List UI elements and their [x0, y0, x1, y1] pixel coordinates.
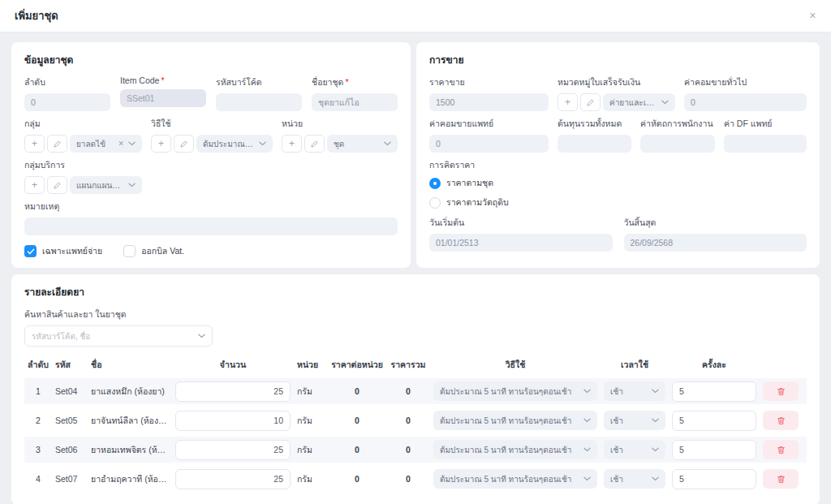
row-code: Set04: [52, 386, 88, 396]
edit-receipt-category-button[interactable]: [580, 93, 601, 111]
row-unit: กรัม: [294, 443, 328, 457]
row-name: ยาแสงหมึก (ห้องยา): [88, 385, 172, 398]
doctor-commission-input[interactable]: 0: [429, 135, 549, 153]
quantity-input[interactable]: [175, 411, 291, 431]
edit-group-button[interactable]: [47, 135, 67, 153]
row-usage-value: ต้มประมาณ 5 นาที ทานร้อนๆตอนเช้า: [440, 473, 579, 485]
trash-icon: [777, 387, 786, 396]
chevron-down-icon: [652, 389, 659, 394]
table-row: 1 Set04 ยาแสงหมึก (ห้องยา) กรัม 0 0 ต้มป…: [24, 378, 807, 404]
receipt-category-select[interactable]: ค่ายาและเวชภัณฑ์: [603, 93, 675, 111]
row-time-select[interactable]: เช้า: [604, 440, 665, 459]
search-placeholder: รหัสบาร์โค้ด, ชื่อ: [32, 330, 194, 342]
doctor-commission-label: ค่าคอมขายแพทย์: [429, 117, 549, 131]
barcode-input[interactable]: [216, 93, 302, 111]
general-commission-label: ค่าคอมขายทั่วไป: [684, 75, 807, 89]
dose-input[interactable]: [672, 469, 756, 489]
usage-label: วิธีใช้: [151, 117, 273, 131]
clear-icon[interactable]: ✕: [118, 140, 124, 148]
delete-row-button[interactable]: [763, 411, 799, 430]
edit-unit-button[interactable]: [304, 135, 325, 153]
group-label: กลุ่ม: [24, 117, 142, 131]
service-group-field-group: กลุ่มบริการ + แผนกแผนไทย: [24, 158, 142, 194]
price-input[interactable]: 1500: [429, 93, 549, 111]
general-commission-input[interactable]: 0: [684, 93, 807, 111]
pricing-by-material-radio[interactable]: ราคาตามวัตถุดิบ: [429, 196, 807, 209]
chevron-down-icon: [583, 418, 591, 423]
quantity-input[interactable]: [175, 469, 291, 489]
dose-input[interactable]: [672, 381, 756, 402]
row-order: 3: [24, 445, 52, 454]
row-usage-select[interactable]: ต้มประมาณ 5 นาที ทานร้อนๆตอนเช้า: [433, 440, 597, 459]
chevron-down-icon: [198, 334, 205, 338]
set-name-input[interactable]: ชุดยาแก้ไอ: [312, 93, 398, 111]
row-name: ยาจันทน์ลีลา (ห้องยา): [88, 414, 172, 428]
col-total: ราคารวม: [386, 358, 430, 372]
staff-fee-label: ค่าหัตถการพนักงาน: [640, 117, 715, 131]
item-code-label: Item Code: [120, 75, 159, 85]
pricing-by-material-label: ราคาตามวัตถุดิบ: [446, 196, 509, 209]
quantity-input[interactable]: [175, 440, 291, 460]
edit-usage-button[interactable]: [174, 135, 194, 153]
unit-select[interactable]: ชุด: [327, 135, 398, 153]
df-fee-input[interactable]: [724, 135, 807, 153]
delete-row-button[interactable]: [763, 469, 799, 489]
add-group-button[interactable]: +: [24, 135, 45, 153]
details-title: รายละเอียดยา: [24, 284, 807, 299]
pencil-icon: [53, 140, 62, 149]
chevron-down-icon: [661, 100, 669, 105]
add-service-group-button[interactable]: +: [24, 176, 45, 194]
delete-row-button[interactable]: [763, 440, 799, 459]
add-unit-button[interactable]: +: [282, 135, 302, 153]
row-time-select[interactable]: เช้า: [604, 411, 665, 430]
group-select[interactable]: ยาลดไข้ ✕: [70, 135, 142, 153]
chevron-down-icon: [583, 447, 591, 452]
add-receipt-category-button[interactable]: +: [558, 93, 578, 111]
item-code-input: SSet01: [120, 89, 206, 107]
pricing-by-set-radio[interactable]: ราคาตามชุด: [429, 176, 807, 190]
staff-fee-field-group: ค่าหัตถการพนักงาน: [640, 117, 715, 153]
pencil-icon: [586, 98, 595, 107]
row-usage-select[interactable]: ต้มประมาณ 5 นาที ทานร้อนๆตอนเช้า: [433, 469, 597, 489]
quantity-input[interactable]: [175, 381, 291, 402]
row-total: 0: [386, 416, 430, 425]
chevron-down-icon: [652, 447, 659, 452]
service-group-select[interactable]: แผนกแผนไทย: [70, 176, 142, 194]
group-field-group: กลุ่ม + ยาลดไข้ ✕: [24, 117, 142, 153]
service-group-label: กลุ่มบริการ: [24, 158, 142, 172]
chevron-down-icon: [128, 183, 136, 187]
row-time-select[interactable]: เช้า: [604, 469, 665, 489]
col-dose: ครั้งละ: [669, 358, 760, 372]
start-date-input[interactable]: 01/01/2513: [429, 234, 613, 252]
row-name: ยาอำมฤควาที (ห้องยา): [88, 472, 172, 486]
service-group-select-value: แผนกแผนไทย: [76, 179, 124, 192]
row-time-select[interactable]: เช้า: [604, 381, 665, 401]
start-date-label: วันเริ่มต้น: [429, 216, 613, 230]
dose-input[interactable]: [672, 440, 756, 460]
row-code: Set05: [52, 416, 88, 425]
pricing-label: การคิดราคา: [429, 158, 807, 172]
order-field-group: ลำดับ 0: [24, 75, 110, 111]
item-code-field-group: Item Code* SSet01: [120, 75, 206, 111]
note-input[interactable]: [24, 218, 398, 235]
order-input[interactable]: 0: [24, 93, 110, 111]
page-title: เพิ่มยาชุด: [15, 7, 58, 24]
close-icon[interactable]: ✕: [809, 11, 816, 21]
total-cost-field-group: ต้นทุนรวมทั้งหมด: [558, 117, 631, 153]
barcode-label: รหัสบาร์โค้ด: [216, 75, 302, 89]
search-drug-select[interactable]: รหัสบาร์โค้ด, ชื่อ: [24, 325, 213, 347]
vat-checkbox[interactable]: ออกบิล Vat.: [123, 244, 184, 258]
delete-row-button[interactable]: [763, 381, 799, 401]
total-cost-input[interactable]: [558, 135, 631, 153]
search-label: ค้นหาสินค้าและยา ในยาชุด: [24, 308, 213, 321]
row-usage-select[interactable]: ต้มประมาณ 5 นาที ทานร้อนๆตอนเช้า: [433, 411, 597, 430]
doctor-only-label: เฉพาะแพทย์จ่าย: [42, 244, 102, 258]
edit-service-group-button[interactable]: [47, 176, 67, 194]
doctor-only-checkbox[interactable]: เฉพาะแพทย์จ่าย: [24, 244, 102, 258]
dose-input[interactable]: [672, 411, 756, 431]
usage-select[interactable]: ต้มประมาณ 5 นาที ทา...: [196, 135, 273, 153]
staff-fee-input[interactable]: [640, 135, 715, 153]
row-usage-select[interactable]: ต้มประมาณ 5 นาที ทานร้อนๆตอนเช้า: [433, 381, 597, 401]
add-usage-button[interactable]: +: [151, 135, 171, 153]
end-date-input[interactable]: 26/09/2568: [624, 234, 807, 252]
